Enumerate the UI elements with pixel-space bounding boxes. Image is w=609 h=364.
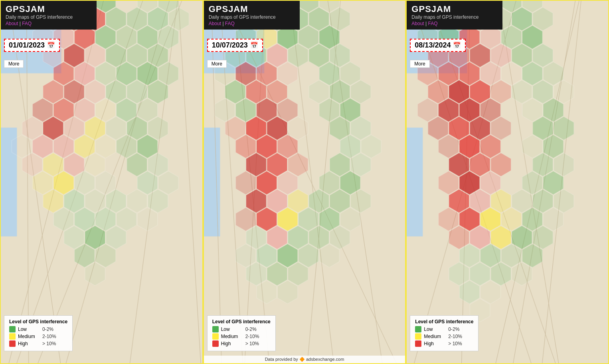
legend-item-medium-2: Medium 2-10% [212, 333, 271, 340]
legend-color-high-2 [212, 340, 219, 347]
map-panel-2: GPSJAM Daily maps of GPS interference Ab… [203, 0, 406, 364]
footer-bar: Data provided by 🔶 adsbexchange.com [204, 356, 405, 363]
date-value-1: 01/01/2023 [9, 41, 45, 49]
map-background-2 [204, 1, 405, 363]
legend-color-high-1 [9, 340, 16, 347]
legend-title-2: Level of GPS interference [212, 319, 271, 324]
date-value-2: 10/07/2023 [212, 41, 248, 49]
legend-label-high-1: High [18, 341, 40, 346]
more-button-3[interactable]: More [410, 60, 429, 68]
header-links-2: About | FAQ [209, 21, 295, 26]
map-panel-3: GPSJAM Daily maps of GPS interference Ab… [406, 0, 609, 364]
faq-link-2[interactable]: FAQ [225, 21, 235, 26]
legend-range-high-2: > 10% [245, 341, 259, 346]
date-box-1[interactable]: 01/01/2023 📅 [4, 39, 60, 52]
legend-color-low-1 [9, 326, 16, 332]
header-1: GPSJAM Daily maps of GPS interference Ab… [1, 1, 97, 30]
legend-1: Level of GPS interference Low 0-2% Mediu… [4, 315, 73, 351]
legend-title-3: Level of GPS interference [415, 319, 473, 324]
header-links-1: About | FAQ [6, 21, 92, 26]
more-button-1[interactable]: More [4, 60, 24, 68]
legend-label-high-3: High [424, 341, 446, 346]
legend-range-medium-2: 2-10% [245, 334, 259, 339]
footer-text: Data provided by [265, 357, 298, 362]
map-background-3 [407, 1, 608, 363]
calendar-icon-2: 📅 [250, 42, 258, 49]
legend-label-low-2: Low [221, 326, 243, 332]
about-link-2[interactable]: About [209, 21, 221, 26]
legend-label-medium-3: Medium [424, 334, 446, 339]
faq-link-1[interactable]: FAQ [22, 21, 32, 26]
legend-color-low-3 [415, 326, 421, 332]
legend-label-low-1: Low [18, 326, 40, 332]
legend-range-medium-3: 2-10% [448, 334, 462, 339]
about-link-1[interactable]: About [6, 21, 18, 26]
legend-range-low-1: 0-2% [42, 326, 53, 332]
legend-label-low-3: Low [424, 326, 446, 332]
legend-range-high-1: > 10% [42, 341, 56, 346]
legend-range-medium-1: 2-10% [42, 334, 56, 339]
map-panel-1: GPSJAM Daily maps of GPS interference Ab… [0, 0, 203, 364]
legend-item-low-1: Low 0-2% [9, 326, 67, 332]
about-link-3[interactable]: About [411, 21, 424, 26]
legend-item-low-3: Low 0-2% [415, 326, 473, 332]
app-subtitle-2: Daily maps of GPS interference [209, 14, 295, 20]
legend-item-high-2: High > 10% [212, 340, 271, 347]
faq-link-3[interactable]: FAQ [428, 21, 438, 26]
legend-2: Level of GPS interference Low 0-2% Mediu… [207, 315, 276, 351]
legend-color-medium-3 [415, 333, 421, 340]
legend-range-low-2: 0-2% [245, 326, 257, 332]
app-subtitle-1: Daily maps of GPS interference [6, 14, 92, 20]
app-title-1: GPSJAM [6, 4, 92, 14]
legend-label-medium-1: Medium [18, 334, 40, 339]
header-links-3: About | FAQ [411, 21, 498, 26]
legend-color-high-3 [415, 340, 421, 347]
legend-item-medium-1: Medium 2-10% [9, 333, 67, 340]
legend-item-low-2: Low 0-2% [212, 326, 271, 332]
map-background-1 [1, 1, 202, 363]
legend-label-medium-2: Medium [221, 334, 243, 339]
header-2: GPSJAM Daily maps of GPS interference Ab… [204, 1, 300, 30]
legend-color-medium-2 [212, 333, 219, 340]
header-3: GPSJAM Daily maps of GPS interference Ab… [407, 1, 502, 30]
app-title-2: GPSJAM [209, 4, 295, 14]
date-value-3: 08/13/2024 [415, 41, 451, 49]
legend-range-low-3: 0-2% [448, 326, 459, 332]
calendar-icon-1: 📅 [47, 42, 55, 49]
app-subtitle-3: Daily maps of GPS interference [411, 14, 498, 20]
legend-3: Level of GPS interference Low 0-2% Mediu… [410, 315, 478, 351]
legend-label-high-2: High [221, 341, 243, 346]
legend-item-high-3: High > 10% [415, 340, 473, 347]
legend-color-medium-1 [9, 333, 16, 340]
legend-title-1: Level of GPS interference [9, 319, 67, 324]
legend-color-low-2 [212, 326, 219, 332]
more-button-2[interactable]: More [207, 60, 227, 68]
legend-item-medium-3: Medium 2-10% [415, 333, 473, 340]
calendar-icon-3: 📅 [453, 42, 461, 49]
footer-provider: adsbexchange.com [306, 357, 344, 362]
legend-range-high-3: > 10% [448, 341, 462, 346]
app-title-3: GPSJAM [411, 4, 498, 14]
legend-item-high-1: High > 10% [9, 340, 67, 347]
date-box-3[interactable]: 08/13/2024 📅 [410, 39, 466, 52]
date-box-2[interactable]: 10/07/2023 📅 [207, 39, 263, 52]
